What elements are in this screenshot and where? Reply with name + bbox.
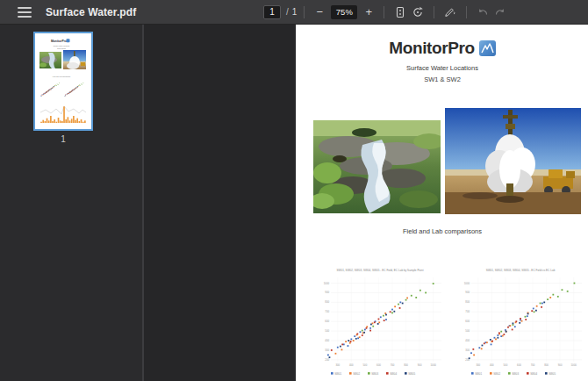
thumb-logo-text: MonitorPro (51, 40, 67, 43)
svg-text:SW01: SW01 (475, 372, 482, 376)
svg-text:SW02: SW02 (353, 372, 360, 376)
stream-photo (313, 120, 441, 213)
svg-text:300: 300 (465, 349, 470, 352)
scatter-chart-field-vs-lab: SW01, SW02, SW03, SW04, SW05 - EC Field … (454, 263, 587, 381)
svg-text:900: 900 (325, 291, 329, 294)
svg-text:SW03: SW03 (512, 372, 519, 376)
svg-text:200: 200 (325, 358, 329, 362)
svg-text:800: 800 (404, 363, 408, 367)
svg-text:700: 700 (391, 363, 395, 367)
svg-text:SW02: SW02 (493, 372, 500, 376)
pdf-page: MonitorPro Surface Water Locations SW1 &… (296, 25, 588, 381)
svg-text:600: 600 (517, 363, 521, 367)
svg-text:SW03: SW03 (371, 372, 378, 376)
svg-text:900: 900 (465, 291, 470, 294)
svg-text:300: 300 (325, 349, 329, 352)
svg-text:SW04: SW04 (530, 372, 537, 376)
thumbnail-sidebar: MonitorPro Surface Water Locations SW1 &… (0, 25, 142, 381)
svg-text:SW05: SW05 (549, 372, 556, 376)
svg-text:1000: 1000 (464, 282, 470, 285)
zoom-out-button[interactable]: − (312, 4, 327, 20)
svg-text:900: 900 (418, 363, 422, 367)
scatter-chart-field-lab-by-sample-point: SW01, SW02, SW03, SW04, SW05 - EC Field,… (313, 263, 447, 381)
menu-icon[interactable] (18, 7, 32, 18)
svg-text:600: 600 (376, 363, 381, 367)
svg-text:400: 400 (349, 363, 354, 367)
svg-text:500: 500 (504, 363, 508, 367)
svg-text:1000: 1000 (431, 363, 437, 367)
svg-text:800: 800 (465, 300, 470, 304)
svg-text:SW05: SW05 (408, 372, 415, 376)
thumbnail-page-number: 1 (33, 134, 93, 144)
svg-text:400: 400 (325, 339, 329, 342)
svg-text:SW01: SW01 (334, 372, 341, 376)
svg-text:1000: 1000 (571, 363, 577, 367)
toolbar-divider (304, 6, 305, 18)
document-title: Surface Water.pdf (46, 6, 136, 18)
svg-text:900: 900 (558, 363, 563, 367)
logo: MonitorPro (296, 39, 588, 58)
svg-text:500: 500 (325, 329, 329, 333)
svg-text:600: 600 (465, 320, 470, 323)
svg-text:SW04: SW04 (390, 372, 397, 376)
logo-text: MonitorPro (389, 39, 474, 58)
toolbar-divider (434, 6, 434, 18)
draw-icon[interactable] (441, 4, 459, 21)
document-subtitle-2: SW1 & SW2 (296, 75, 588, 83)
svg-text:300: 300 (476, 363, 480, 367)
svg-text:400: 400 (465, 339, 470, 342)
drill-rig-photo (445, 108, 581, 214)
thumb-photo-stream (39, 52, 61, 68)
svg-text:Field and Lab comparisons: Field and Lab comparisons (53, 75, 70, 77)
page-total: 1 (292, 7, 298, 17)
page-number-input[interactable] (263, 5, 281, 19)
svg-text:400: 400 (490, 363, 494, 367)
redo-icon[interactable] (491, 4, 509, 21)
section-caption: Field and Lab comparisons (296, 227, 588, 235)
logo-mountain-icon (479, 40, 496, 56)
pdf-viewer-window: Surface Water.pdf / 1 − 75% + (0, 0, 588, 381)
svg-text:1000: 1000 (324, 282, 330, 285)
svg-text:700: 700 (325, 310, 329, 313)
svg-text:Surface Water Locations: Surface Water Locations (54, 45, 70, 47)
toolbar-divider (384, 6, 384, 18)
svg-text:800: 800 (325, 300, 329, 304)
page-separator: / (286, 7, 289, 17)
zoom-in-button[interactable]: + (361, 4, 376, 20)
svg-text:SW01, SW02, SW03, SW04, SW05 -: SW01, SW02, SW03, SW04, SW05 - EC Field … (486, 269, 556, 272)
fit-to-page-icon[interactable] (391, 4, 409, 21)
svg-text:500: 500 (363, 363, 368, 367)
viewer-body: MonitorPro Surface Water Locations SW1 &… (0, 25, 588, 381)
svg-text:600: 600 (325, 320, 329, 323)
page-thumbnail[interactable]: MonitorPro Surface Water Locations SW1 &… (33, 32, 93, 131)
svg-text:700: 700 (465, 310, 470, 313)
document-subtitle: Surface Water Locations (296, 64, 588, 72)
svg-text:SW01, SW02, SW03, SW04, SW05 -: SW01, SW02, SW03, SW04, SW05 - EC Field,… (336, 269, 423, 272)
svg-text:500: 500 (465, 329, 470, 333)
rotate-icon[interactable] (409, 4, 427, 21)
svg-text:SW1 & SW2: SW1 & SW2 (57, 47, 65, 49)
svg-text:800: 800 (544, 363, 549, 367)
thumb-photo-rig (63, 50, 86, 69)
undo-icon[interactable] (474, 4, 491, 21)
toolbar: Surface Water.pdf / 1 − 75% + (0, 0, 588, 25)
toolbar-divider (466, 6, 467, 18)
document-canvas[interactable]: MonitorPro Surface Water Locations SW1 &… (144, 25, 588, 381)
zoom-level[interactable]: 75% (331, 5, 357, 19)
svg-text:700: 700 (531, 363, 535, 367)
svg-text:300: 300 (335, 363, 340, 367)
